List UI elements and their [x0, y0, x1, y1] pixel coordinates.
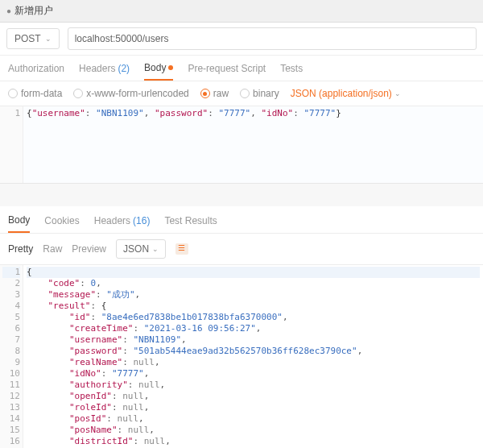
tab-resp-tests[interactable]: Test Results	[164, 214, 217, 233]
wrap-lines-button[interactable]	[175, 243, 188, 255]
tab-title-bar: ● 新增用户	[0, 0, 483, 23]
response-tabs: Body Cookies Headers (16) Test Results	[0, 206, 483, 234]
http-method-label: POST	[14, 33, 41, 44]
radio-raw[interactable]: raw	[200, 88, 229, 99]
view-raw[interactable]: Raw	[43, 243, 62, 255]
request-body-code[interactable]: {"username": "NBN1109", "password": "777…	[23, 106, 483, 183]
tab-body[interactable]: Body	[144, 62, 173, 81]
request-tabs: Authorization Headers (2) Body Pre-reque…	[0, 56, 483, 81]
body-type-row: form-data x-www-form-urlencoded raw bina…	[0, 81, 483, 106]
view-preview[interactable]: Preview	[72, 243, 106, 255]
tab-resp-headers[interactable]: Headers (16)	[94, 214, 151, 233]
tab-resp-cookies[interactable]: Cookies	[44, 214, 79, 233]
gutter: 1	[0, 106, 23, 183]
url-input[interactable]: localhost:50000/users	[68, 27, 477, 50]
tab-name[interactable]: 新增用户	[14, 4, 53, 18]
response-format-select[interactable]: JSON⌄	[116, 239, 166, 259]
chevron-down-icon: ⌄	[45, 35, 52, 43]
request-row: POST ⌄ localhost:50000/users	[0, 23, 483, 56]
radio-xwww[interactable]: x-www-form-urlencoded	[73, 88, 188, 99]
tab-authorization[interactable]: Authorization	[8, 62, 64, 81]
chevron-down-icon: ⌄	[152, 245, 159, 253]
request-body-editor[interactable]: 1 {"username": "NBN1109", "password": "7…	[0, 106, 483, 184]
response-view-row: Pretty Raw Preview JSON⌄	[0, 234, 483, 265]
http-method-select[interactable]: POST ⌄	[6, 28, 60, 49]
dot-icon	[168, 65, 173, 70]
tab-headers[interactable]: Headers (2)	[79, 62, 130, 81]
content-type-select[interactable]: JSON (application/json)⌄	[291, 88, 401, 99]
response-body: 123456789101112131415161718192021222324 …	[0, 265, 483, 448]
pane-divider[interactable]	[0, 184, 483, 206]
response-code[interactable]: { "code": 0, "message": "成功", "result": …	[23, 265, 483, 448]
radio-form-data[interactable]: form-data	[8, 88, 62, 99]
view-pretty[interactable]: Pretty	[8, 243, 33, 255]
radio-binary[interactable]: binary	[240, 88, 279, 99]
tab-bullet: ●	[6, 6, 11, 15]
response-gutter: 123456789101112131415161718192021222324	[0, 265, 23, 448]
tab-tests[interactable]: Tests	[280, 62, 303, 81]
chevron-down-icon: ⌄	[394, 89, 401, 97]
tab-pre-request[interactable]: Pre-request Script	[188, 62, 266, 81]
tab-resp-body[interactable]: Body	[8, 214, 30, 233]
